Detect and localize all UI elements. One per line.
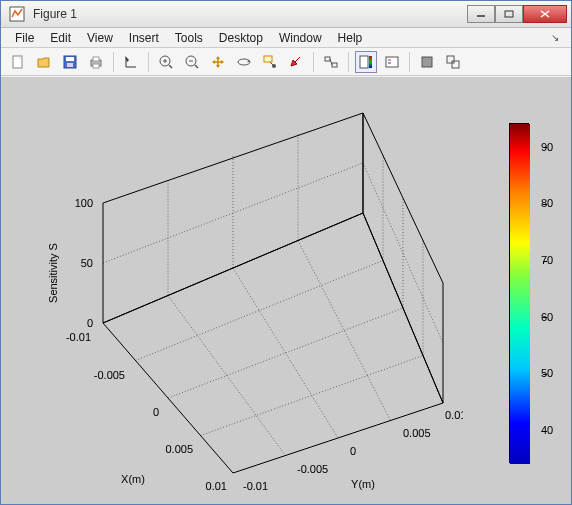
new-figure-button[interactable] xyxy=(7,51,29,73)
zoom-in-button[interactable] xyxy=(155,51,177,73)
svg-line-11 xyxy=(169,65,172,68)
menu-help[interactable]: Help xyxy=(330,29,371,47)
y-tick-2: 0 xyxy=(350,445,356,457)
svg-rect-2 xyxy=(505,11,513,17)
toolbar xyxy=(1,48,571,76)
x-axis-label: X(m) xyxy=(121,473,145,485)
svg-rect-22 xyxy=(332,63,337,67)
menu-file[interactable]: File xyxy=(7,29,42,47)
svg-rect-30 xyxy=(447,56,454,63)
svg-rect-24 xyxy=(360,56,368,68)
insert-legend-button[interactable] xyxy=(381,51,403,73)
svg-rect-31 xyxy=(452,61,459,68)
z-tick-2: 100 xyxy=(75,197,93,209)
svg-line-39 xyxy=(233,268,338,438)
colorbar-ticks: 40 50 60 70 80 90 xyxy=(529,119,547,467)
colorbar-tick-60: 60 xyxy=(541,311,565,323)
show-plot-tools-button[interactable] xyxy=(442,51,464,73)
figure-canvas[interactable]: 0 50 100 Sensitivity S -0.01 -0.005 0 0.… xyxy=(1,77,571,504)
x-tick-3: 0.005 xyxy=(165,443,193,455)
close-button[interactable] xyxy=(523,5,567,23)
open-button[interactable] xyxy=(33,51,55,73)
menu-desktop[interactable]: Desktop xyxy=(211,29,271,47)
colorbar[interactable] xyxy=(509,123,529,463)
menu-tools[interactable]: Tools xyxy=(167,29,211,47)
save-button[interactable] xyxy=(59,51,81,73)
z-tick-1: 50 xyxy=(81,257,93,269)
y-tick-1: -0.005 xyxy=(297,463,328,475)
colorbar-tick-50: 50 xyxy=(541,367,565,379)
menu-overflow-icon[interactable]: ↘ xyxy=(545,30,565,45)
y-tick-0: -0.01 xyxy=(243,480,268,492)
svg-marker-34 xyxy=(103,213,443,473)
titlebar[interactable]: Figure 1 xyxy=(1,1,571,28)
colorbar-tick-70: 70 xyxy=(541,254,565,266)
window-controls xyxy=(467,5,567,23)
edit-plot-button[interactable] xyxy=(120,51,142,73)
minimize-button[interactable] xyxy=(467,5,495,23)
print-button[interactable] xyxy=(85,51,107,73)
menu-insert[interactable]: Insert xyxy=(121,29,167,47)
menubar: File Edit View Insert Tools Desktop Wind… xyxy=(1,28,571,48)
y-tick-4: 0.01 xyxy=(445,409,463,421)
svg-line-37 xyxy=(201,356,424,436)
maximize-button[interactable] xyxy=(495,5,523,23)
svg-rect-21 xyxy=(325,57,330,61)
colorbar-tick-90: 90 xyxy=(541,141,565,153)
svg-rect-49 xyxy=(510,124,530,464)
svg-line-40 xyxy=(298,241,391,421)
x-tick-4: 0.01 xyxy=(206,480,227,492)
window-title: Figure 1 xyxy=(29,7,467,21)
colorbar-tick-40: 40 xyxy=(541,424,565,436)
y-tick-3: 0.005 xyxy=(403,427,431,439)
svg-rect-6 xyxy=(67,63,73,67)
svg-line-38 xyxy=(168,296,286,456)
hide-plot-tools-button[interactable] xyxy=(416,51,438,73)
plot-3d-svg: 0 50 100 Sensitivity S -0.01 -0.005 0 0.… xyxy=(33,93,463,493)
app-icon xyxy=(9,6,25,22)
svg-line-23 xyxy=(330,59,332,65)
x-tick-2: 0 xyxy=(153,406,159,418)
menu-view[interactable]: View xyxy=(79,29,121,47)
svg-line-35 xyxy=(136,261,384,361)
svg-rect-18 xyxy=(264,56,272,62)
svg-rect-25 xyxy=(369,56,372,68)
data-cursor-button[interactable] xyxy=(259,51,281,73)
colorbar-tick-80: 80 xyxy=(541,197,565,209)
brush-button[interactable] xyxy=(285,51,307,73)
svg-marker-33 xyxy=(363,113,443,403)
menu-edit[interactable]: Edit xyxy=(42,29,79,47)
figure-window: Figure 1 File Edit View Insert Tools Des… xyxy=(0,0,572,505)
svg-rect-8 xyxy=(93,57,99,61)
z-tick-0: 0 xyxy=(87,317,93,329)
z-axis-label: Sensitivity S xyxy=(47,243,59,303)
svg-rect-9 xyxy=(93,64,99,68)
rotate3d-button[interactable] xyxy=(233,51,255,73)
zoom-out-button[interactable] xyxy=(181,51,203,73)
link-button[interactable] xyxy=(320,51,342,73)
svg-rect-5 xyxy=(66,57,74,61)
insert-colorbar-button[interactable] xyxy=(355,51,377,73)
svg-rect-29 xyxy=(422,57,432,67)
svg-line-15 xyxy=(195,65,198,68)
x-tick-0: -0.01 xyxy=(66,331,91,343)
svg-point-20 xyxy=(272,64,276,68)
svg-rect-26 xyxy=(386,57,398,67)
axes-3d[interactable]: 0 50 100 Sensitivity S -0.01 -0.005 0 0.… xyxy=(13,83,559,492)
menu-window[interactable]: Window xyxy=(271,29,330,47)
pan-button[interactable] xyxy=(207,51,229,73)
y-axis-label: Y(m) xyxy=(351,478,375,490)
x-tick-1: -0.005 xyxy=(94,369,125,381)
